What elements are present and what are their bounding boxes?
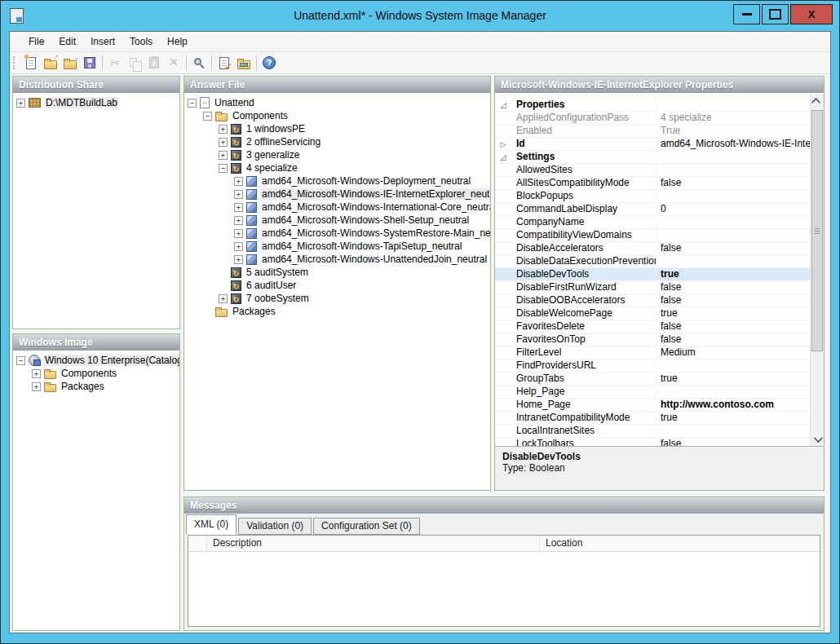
property-row[interactable]: ▷Idamd64_Microsoft-Windows-IE-InternetEx: [495, 138, 810, 151]
properties-scrollbar[interactable]: [810, 94, 824, 446]
property-row[interactable]: DisableDevToolstrue: [495, 268, 810, 281]
property-row[interactable]: AllowedSites: [495, 164, 810, 177]
maximize-button[interactable]: [762, 4, 789, 24]
collapse-icon[interactable]: ◿: [495, 151, 511, 163]
property-row[interactable]: AllSitesCompatibilityModefalse: [495, 177, 810, 190]
property-value[interactable]: Medium: [657, 346, 810, 359]
property-value[interactable]: false: [657, 333, 810, 346]
property-row[interactable]: EnabledTrue: [495, 125, 810, 138]
expand-icon[interactable]: +: [234, 177, 243, 186]
property-row[interactable]: BlockPopups: [495, 190, 810, 203]
tree-item[interactable]: +amd64_Microsoft-Windows-TapiSetup_neutr…: [184, 240, 490, 253]
tab-validation[interactable]: Validation (0): [238, 518, 312, 535]
column-header-location[interactable]: Location: [540, 536, 820, 551]
property-row[interactable]: FilterLevelMedium: [495, 346, 810, 359]
tree-item[interactable]: −Components: [184, 109, 490, 122]
toolbar-grip[interactable]: [13, 56, 18, 69]
property-value[interactable]: [657, 99, 810, 111]
property-row[interactable]: CommandLabelDisplay0: [495, 203, 810, 216]
expand-icon[interactable]: +: [234, 190, 243, 199]
expand-icon[interactable]: +: [32, 382, 41, 391]
validate-answer-file-button[interactable]: [214, 53, 234, 73]
property-value[interactable]: 0: [657, 203, 810, 215]
property-row[interactable]: FavoritesDeletefalse: [495, 320, 810, 333]
collapse-icon[interactable]: ◿: [495, 99, 511, 111]
property-value[interactable]: [657, 216, 810, 228]
property-value[interactable]: amd64_Microsoft-Windows-IE-InternetEx: [657, 138, 810, 150]
property-row[interactable]: CompanyName: [495, 216, 810, 229]
close-button[interactable]: X: [790, 4, 833, 24]
tree-item[interactable]: +amd64_Microsoft-Windows-IE-InternetExpl…: [184, 187, 490, 201]
menu-edit[interactable]: Edit: [51, 32, 83, 51]
tree-item[interactable]: Packages: [184, 305, 490, 318]
save-button[interactable]: [80, 53, 99, 73]
property-value[interactable]: [657, 386, 810, 398]
property-row[interactable]: IntranetCompatibilityModetrue: [495, 412, 810, 425]
expand-icon[interactable]: +: [234, 255, 243, 264]
tree-item[interactable]: +amd64_Microsoft-Windows-SystemRestore-M…: [184, 227, 490, 240]
expand-icon[interactable]: +: [219, 294, 228, 303]
menu-help[interactable]: Help: [160, 32, 195, 51]
property-value[interactable]: false: [657, 320, 810, 333]
expand-icon[interactable]: +: [32, 369, 41, 378]
property-row[interactable]: DisableDataExecutionPrevention: [495, 255, 810, 268]
property-row[interactable]: Help_Page: [495, 386, 810, 399]
property-value[interactable]: false: [657, 281, 810, 293]
tree-item[interactable]: +amd64_Microsoft-Windows-Deployment_neut…: [184, 174, 490, 187]
tree-item[interactable]: −Unattend: [184, 96, 490, 109]
tree-item[interactable]: −4 specialize: [184, 161, 490, 174]
property-value[interactable]: [657, 425, 810, 437]
property-row[interactable]: AppliedConfigurationPass4 specialize: [495, 112, 810, 125]
property-row[interactable]: DisableWelcomePagetrue: [495, 307, 810, 320]
property-value[interactable]: [657, 359, 810, 372]
property-value[interactable]: true: [657, 307, 810, 320]
column-header-blank[interactable]: [188, 536, 207, 551]
collapse-icon[interactable]: −: [16, 356, 25, 365]
property-category-row[interactable]: ◿Properties: [495, 99, 810, 112]
tree-item[interactable]: +3 generalize: [184, 148, 490, 161]
tab-xml[interactable]: XML (0): [186, 514, 237, 535]
tab-configuration[interactable]: Configuration Set (0): [313, 518, 420, 535]
tree-item[interactable]: +D:\MDTBuildLab: [13, 96, 179, 109]
minimize-button[interactable]: [733, 4, 760, 24]
menu-insert[interactable]: Insert: [83, 32, 122, 51]
tree-item[interactable]: 5 auditSystem: [184, 266, 490, 279]
property-row[interactable]: DisableAcceleratorsfalse: [495, 242, 810, 255]
expand-icon[interactable]: ▷: [495, 138, 511, 150]
property-row[interactable]: DisableFirstRunWizardfalse: [495, 281, 810, 294]
property-row[interactable]: LocalIntranetSites: [495, 425, 810, 438]
property-value[interactable]: false: [657, 294, 810, 307]
property-value[interactable]: True: [657, 125, 810, 137]
property-category-row[interactable]: ◿Settings: [495, 151, 810, 164]
property-value[interactable]: [657, 229, 810, 241]
find-button[interactable]: [189, 53, 209, 73]
property-value[interactable]: false: [657, 242, 810, 254]
menu-tools[interactable]: Tools: [122, 32, 160, 51]
property-value[interactable]: true: [657, 268, 810, 280]
property-value[interactable]: [657, 255, 810, 267]
property-value[interactable]: [657, 164, 810, 176]
scroll-up-button[interactable]: [811, 94, 824, 108]
create-configuration-set-button[interactable]: [234, 53, 254, 73]
collapse-icon[interactable]: −: [203, 112, 212, 121]
property-value[interactable]: true: [657, 373, 810, 385]
expand-icon[interactable]: +: [234, 229, 243, 238]
expand-icon[interactable]: +: [219, 125, 228, 134]
new-answer-file-button[interactable]: [21, 53, 41, 73]
property-row[interactable]: DisableOOBAcceleratorsfalse: [495, 294, 810, 307]
column-header-description[interactable]: Description: [207, 536, 540, 551]
tree-item[interactable]: +Packages: [13, 380, 179, 393]
tree-item[interactable]: +2 offlineServicing: [184, 135, 490, 148]
property-value[interactable]: true: [657, 412, 810, 424]
property-row[interactable]: CompatibilityViewDomains: [495, 229, 810, 242]
expand-icon[interactable]: +: [219, 151, 228, 160]
tree-item[interactable]: +amd64_Microsoft-Windows-Shell-Setup_neu…: [184, 214, 490, 227]
property-value[interactable]: [657, 151, 810, 163]
scrollbar-thumb[interactable]: [811, 110, 823, 351]
open-answer-file-button[interactable]: [41, 53, 60, 73]
tree-item[interactable]: +amd64_Microsoft-Windows-UnattendedJoin_…: [184, 253, 490, 266]
property-value[interactable]: false: [657, 177, 810, 189]
tree-item[interactable]: +Components: [13, 367, 179, 380]
help-button[interactable]: [259, 53, 279, 73]
expand-icon[interactable]: +: [234, 242, 243, 251]
